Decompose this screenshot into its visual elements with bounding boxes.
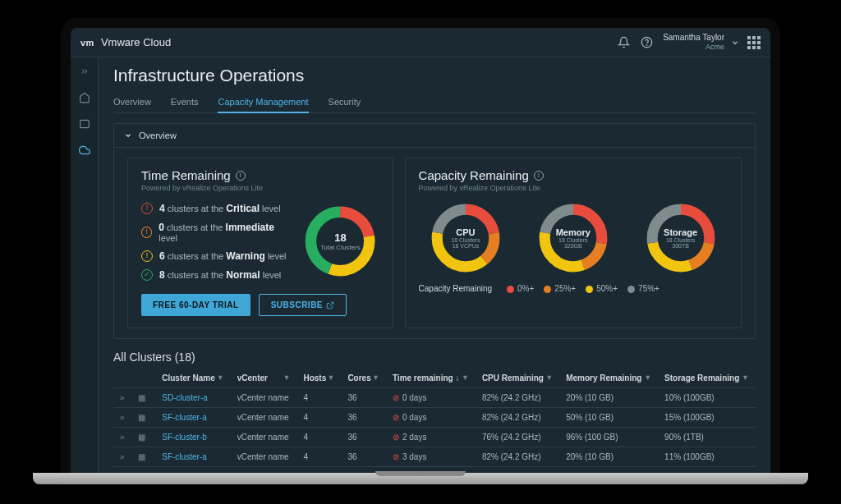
user-name: Samantha Taylor	[663, 33, 724, 43]
hosts-cell: 4	[296, 408, 341, 428]
status-row-warning: !6 clusters at the Warning level	[141, 250, 287, 262]
cluster-icon: ▦	[138, 393, 145, 402]
filter-icon[interactable]: ▼	[545, 373, 553, 382]
storage-remaining-cell: 11% (100GB)	[658, 447, 756, 467]
immediate-icon: !	[141, 227, 152, 238]
app-launcher-icon[interactable]	[747, 36, 761, 49]
panel-title: Overview	[139, 131, 177, 140]
expand-row-icon[interactable]: »	[113, 428, 131, 447]
bell-icon[interactable]	[612, 31, 635, 54]
filter-icon[interactable]: ▼	[462, 373, 469, 382]
storage-donut: Storage18 Clusters300TB	[643, 200, 719, 276]
main-content: Infrastructure Operations Overview Event…	[99, 57, 770, 475]
expand-row-icon[interactable]: »	[113, 388, 131, 408]
column-header[interactable]: Cores▼	[341, 369, 386, 388]
capacity-legend: Capacity Remaining 0%+25%+50%+75%+	[419, 284, 728, 293]
cluster-name[interactable]: SF-cluster-a	[155, 447, 231, 467]
chevron-down-icon[interactable]	[729, 31, 741, 54]
legend-item: 25%+	[544, 284, 576, 293]
alert-icon: ⊘	[393, 433, 399, 442]
total-clusters-donut: 18 Total Clusters	[301, 200, 379, 282]
filter-icon[interactable]: ▼	[742, 373, 749, 382]
storage-remaining-cell: 15% (100GB)	[658, 408, 756, 428]
hosts-cell: 4	[296, 447, 341, 467]
hosts-cell: 4	[296, 388, 341, 408]
cluster-name[interactable]: SD-cluster-a	[155, 388, 231, 408]
panel-header[interactable]: Overview	[114, 124, 755, 148]
cores-cell: 36	[341, 447, 386, 467]
alert-icon: ⊘	[393, 452, 399, 461]
cores-cell: 36	[341, 408, 386, 428]
table-row: » ▦ SF-cluster-a vCenter name 4 36 ⊘0 da…	[113, 408, 756, 428]
subscribe-button[interactable]: SUBSCRIBE	[259, 294, 347, 316]
legend-title: Capacity Remaining	[419, 284, 493, 293]
table-title: All Clusters (18)	[113, 351, 756, 364]
page-title: Infrastructure Operations	[113, 66, 756, 85]
warning-icon: !	[141, 250, 153, 262]
filter-icon[interactable]: ▼	[372, 373, 379, 382]
svg-rect-2	[80, 120, 89, 127]
legend-item: 0%+	[507, 284, 534, 293]
tab-events[interactable]: Events	[171, 92, 199, 112]
tab-capacity-management[interactable]: Capacity Management	[218, 92, 308, 113]
memory-remaining-cell: 50% (10 GB)	[559, 408, 658, 428]
column-header[interactable]: Hosts▼	[296, 369, 341, 388]
memory-donut: Memory18 Clusters320GB	[535, 200, 611, 276]
expand-row-icon[interactable]: »	[113, 447, 131, 467]
datacenter-icon[interactable]	[76, 115, 94, 133]
expand-row-icon[interactable]: »	[113, 408, 131, 428]
cpu-remaining-cell: 82% (24.2 GHz)	[476, 388, 559, 408]
column-header[interactable]: Cluster Name▼	[155, 369, 231, 388]
topbar: vm Vmware Cloud Samantha Taylor Acme	[71, 28, 770, 57]
column-header[interactable]: Memory Remaining▼	[559, 369, 658, 388]
alert-icon: ⊘	[393, 413, 399, 422]
time-remaining-cell: ⊘3 days	[386, 447, 476, 467]
free-trial-button[interactable]: FREE 60-DAY TRIAL	[141, 294, 250, 316]
svg-point-1	[646, 44, 647, 45]
cpu-remaining-cell: 76% (24.2 GHz)	[476, 428, 559, 447]
vcenter-cell: vCenter name	[231, 428, 297, 447]
filter-icon[interactable]: ▼	[283, 373, 291, 382]
collapse-icon[interactable]	[76, 62, 94, 80]
product-name: Vmware Cloud	[101, 36, 171, 48]
side-nav	[71, 57, 99, 475]
status-row-immediate: !0 clusters at the Immediate level	[141, 222, 287, 243]
cluster-name[interactable]: SF-cluster-b	[155, 428, 231, 447]
cores-cell: 36	[341, 388, 386, 408]
laptop-base	[33, 473, 808, 484]
critical-icon: !	[141, 203, 153, 214]
tab-overview[interactable]: Overview	[113, 92, 151, 112]
overview-panel: Overview Time Remainingi Powered by vRea…	[113, 123, 756, 339]
help-icon[interactable]	[635, 31, 658, 54]
vcenter-cell: vCenter name	[231, 408, 297, 428]
legend-item: 75%+	[627, 284, 659, 293]
home-icon[interactable]	[76, 89, 94, 107]
info-icon[interactable]: i	[534, 171, 544, 181]
cluster-icon: ▦	[138, 413, 145, 422]
table-row: » ▦ SF-cluster-a vCenter name 4 36 ⊘3 da…	[113, 447, 756, 467]
column-header[interactable]: Storage Remaining▼	[658, 369, 756, 388]
user-menu[interactable]: Samantha Taylor Acme	[663, 33, 724, 52]
vcenter-cell: vCenter name	[231, 388, 297, 408]
clusters-table: Cluster Name▼vCenter▼Hosts▼Cores▼Time re…	[113, 369, 756, 475]
status-list: !4 clusters at the Critical level!0 clus…	[141, 203, 287, 281]
info-icon[interactable]: i	[236, 171, 246, 181]
cluster-icon: ▦	[138, 452, 145, 461]
time-remaining-cell: ⊘2 days	[386, 428, 476, 447]
memory-remaining-cell: 20% (10 GB)	[559, 388, 658, 408]
table-row: » ▦ SD-cluster-a vCenter name 4 36 ⊘0 da…	[113, 388, 756, 408]
column-header[interactable]: vCenter▼	[231, 369, 297, 388]
cloud-icon[interactable]	[76, 141, 94, 159]
cluster-name[interactable]: SF-cluster-a	[155, 408, 231, 428]
hosts-cell: 4	[296, 428, 341, 447]
filter-icon[interactable]: ▼	[217, 373, 224, 382]
capacity-remaining-card: Capacity Remainingi Powered by vRealize …	[405, 158, 742, 328]
column-header[interactable]: Time remaining ↓▼	[386, 369, 476, 388]
memory-remaining-cell: 96% (100 GB)	[559, 428, 658, 447]
donut-label: Total Clusters	[320, 244, 360, 251]
status-row-critical: !4 clusters at the Critical level	[141, 203, 287, 214]
filter-icon[interactable]: ▼	[327, 373, 334, 382]
tab-security[interactable]: Security	[329, 92, 361, 112]
column-header[interactable]: CPU Remaining▼	[476, 369, 559, 388]
filter-icon[interactable]: ▼	[644, 373, 651, 382]
